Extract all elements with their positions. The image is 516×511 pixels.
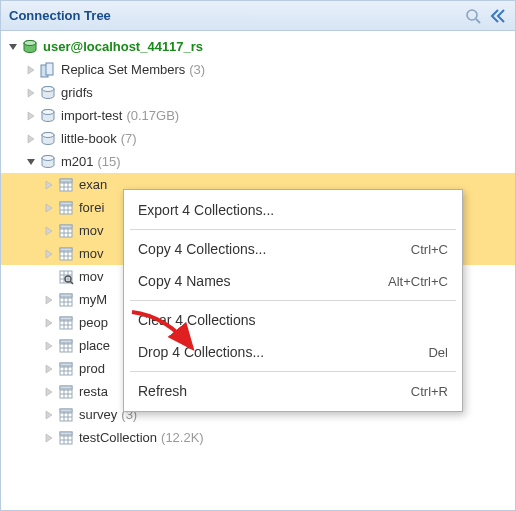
collection-icon <box>57 429 75 447</box>
menu-shortcut: Ctrl+R <box>411 384 448 399</box>
node-count: (0.17GB) <box>126 108 179 123</box>
menu-label: Copy 4 Collections... <box>138 241 411 257</box>
node-label: peop <box>79 315 108 330</box>
node-label: exan <box>79 177 107 192</box>
expand-arrow-right-icon[interactable] <box>43 248 55 260</box>
menu-shortcut: Ctrl+C <box>411 242 448 257</box>
expand-arrow-down-icon[interactable] <box>25 156 37 168</box>
menu-drop-collections[interactable]: Drop 4 Collections... Del <box>124 336 462 368</box>
collection-icon <box>57 314 75 332</box>
node-label: import-test <box>61 108 122 123</box>
collection-icon <box>57 245 75 263</box>
node-label: survey <box>79 407 117 422</box>
expand-arrow-right-icon[interactable] <box>43 386 55 398</box>
node-label: resta <box>79 384 108 399</box>
panel-title: Connection Tree <box>9 8 459 23</box>
expand-arrow-right-icon[interactable] <box>43 432 55 444</box>
expand-arrow-right-icon[interactable] <box>25 87 37 99</box>
menu-separator <box>130 300 456 301</box>
expand-arrow-right-icon[interactable] <box>25 64 37 76</box>
node-label: Replica Set Members <box>61 62 185 77</box>
expand-arrow-right-icon[interactable] <box>43 317 55 329</box>
node-count: (7) <box>121 131 137 146</box>
collapse-icon[interactable] <box>487 6 507 26</box>
expand-arrow-right-icon[interactable] <box>25 110 37 122</box>
context-menu: Export 4 Collections... Copy 4 Collectio… <box>123 189 463 412</box>
tree-node-importtest[interactable]: import-test (0.17GB) <box>1 104 515 127</box>
expand-arrow-right-icon[interactable] <box>43 225 55 237</box>
menu-shortcut: Del <box>428 345 448 360</box>
expand-arrow-right-icon[interactable] <box>43 340 55 352</box>
menu-label: Clear 4 Collections <box>138 312 448 328</box>
panel-header: Connection Tree <box>1 1 515 31</box>
expand-arrow-blank <box>43 271 55 283</box>
menu-copy-names[interactable]: Copy 4 Names Alt+Ctrl+C <box>124 265 462 297</box>
menu-label: Refresh <box>138 383 411 399</box>
node-label: gridfs <box>61 85 93 100</box>
node-count: (12.2K) <box>161 430 204 445</box>
search-icon[interactable] <box>463 6 483 26</box>
menu-copy-collections[interactable]: Copy 4 Collections... Ctrl+C <box>124 233 462 265</box>
menu-label: Copy 4 Names <box>138 273 388 289</box>
node-label: mov <box>79 269 104 284</box>
node-count: (3) <box>189 62 205 77</box>
expand-arrow-right-icon[interactable] <box>43 179 55 191</box>
view-icon <box>57 268 75 286</box>
servers-icon <box>39 61 57 79</box>
menu-label: Export 4 Collections... <box>138 202 448 218</box>
menu-refresh[interactable]: Refresh Ctrl+R <box>124 375 462 407</box>
expand-arrow-down-icon[interactable] <box>7 41 19 53</box>
node-label: testCollection <box>79 430 157 445</box>
node-label: mov <box>79 246 104 261</box>
collection-icon <box>57 360 75 378</box>
expand-arrow-right-icon[interactable] <box>25 133 37 145</box>
collection-icon <box>57 337 75 355</box>
node-label: myM <box>79 292 107 307</box>
menu-shortcut: Alt+Ctrl+C <box>388 274 448 289</box>
collection-icon <box>57 291 75 309</box>
menu-clear-collections[interactable]: Clear 4 Collections <box>124 304 462 336</box>
node-count: (15) <box>98 154 121 169</box>
node-label: place <box>79 338 110 353</box>
collection-icon <box>57 222 75 240</box>
tree-collection-node[interactable]: testCollection (12.2K) <box>1 426 515 449</box>
connection-label: user@localhost_44117_rs <box>43 39 203 54</box>
collection-icon <box>57 199 75 217</box>
node-label: m201 <box>61 154 94 169</box>
node-label: prod <box>79 361 105 376</box>
tree-connection-node[interactable]: user@localhost_44117_rs <box>1 35 515 58</box>
node-label: mov <box>79 223 104 238</box>
collection-icon <box>57 176 75 194</box>
tree-node-littlebook[interactable]: little-book (7) <box>1 127 515 150</box>
menu-export-collections[interactable]: Export 4 Collections... <box>124 194 462 226</box>
tree-node-gridfs[interactable]: gridfs <box>1 81 515 104</box>
collection-icon <box>57 383 75 401</box>
tree-node-m201[interactable]: m201 (15) <box>1 150 515 173</box>
tree-node-replica[interactable]: Replica Set Members (3) <box>1 58 515 81</box>
database-icon <box>39 153 57 171</box>
connection-icon <box>21 38 39 56</box>
expand-arrow-right-icon[interactable] <box>43 202 55 214</box>
expand-arrow-right-icon[interactable] <box>43 294 55 306</box>
database-icon <box>39 84 57 102</box>
menu-label: Drop 4 Collections... <box>138 344 428 360</box>
database-icon <box>39 130 57 148</box>
expand-arrow-right-icon[interactable] <box>43 363 55 375</box>
collection-icon <box>57 406 75 424</box>
node-label: little-book <box>61 131 117 146</box>
node-label: forei <box>79 200 104 215</box>
menu-separator <box>130 371 456 372</box>
expand-arrow-right-icon[interactable] <box>43 409 55 421</box>
database-icon <box>39 107 57 125</box>
menu-separator <box>130 229 456 230</box>
